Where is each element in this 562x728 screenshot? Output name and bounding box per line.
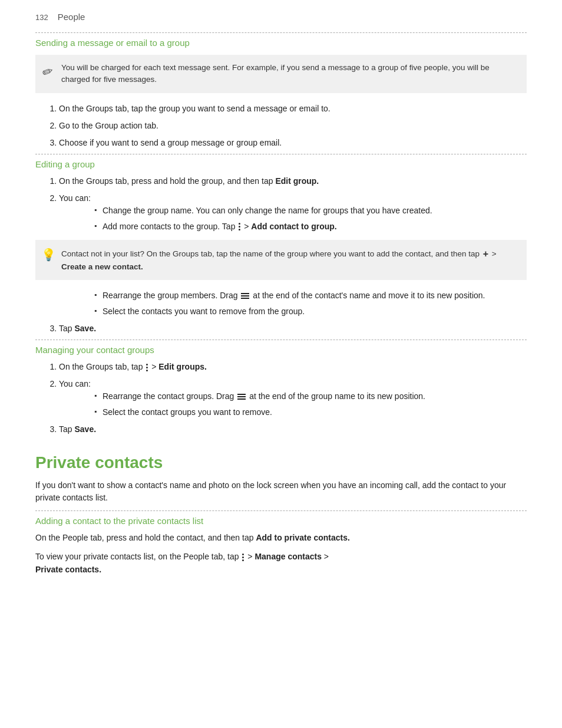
page-number: 132 [35,13,48,22]
plus-icon: + [483,247,488,261]
list-item: Tap Save. [59,322,527,335]
section2-step3: Tap Save. [59,322,527,335]
hamburger-icon [241,293,249,299]
pencil-icon: ✏ [39,61,56,83]
page-header: 132 People [35,12,527,22]
section1-heading: Sending a message or email to a group [35,38,527,48]
section1-divider [35,32,527,33]
list-item: On the Groups tab, press and hold the gr… [59,175,527,187]
list-item: On the Groups tab, tap > Edit groups. [59,361,527,373]
section4-para2: To view your private contacts list, on t… [35,551,527,576]
section1-steps: On the Groups tab, tap the group you wan… [59,103,527,149]
list-item: Select the contacts you want to remove f… [94,305,527,318]
three-dots-icon [242,554,244,561]
hamburger-icon [237,394,246,400]
section2-divider [35,154,527,154]
note-text: You will be charged for each text messag… [61,63,490,84]
tip-box: 💡 Contact not in your list? On the Group… [35,240,527,280]
list-item: Add more contacts to the group. Tap > Ad… [94,220,527,233]
three-dots-icon [146,364,148,371]
note-box: ✏ You will be charged for each text mess… [35,55,527,93]
list-item: On the Groups tab, tap the group you wan… [59,103,527,115]
list-item: You can: Change the group name. You can … [59,192,527,233]
private-contacts-body: If you don't want to show a contact's na… [35,479,527,505]
section4-para1: On the People tab, press and hold the co… [35,532,527,545]
list-item: Go to the Group action tab. [59,120,527,132]
section4-divider [35,510,527,511]
section2-bullets1: Change the group name. You can only chan… [94,205,527,233]
list-item: You can: Rearrange the contact groups. D… [59,378,527,419]
tip-suffix: > [490,249,497,258]
section4-subheading: Adding a contact to the private contacts… [35,516,527,526]
section3-bullets: Rearrange the contact groups. Drag at th… [94,390,527,419]
three-dots-icon [239,223,240,230]
list-item: Rearrange the group members. Drag at the… [94,289,527,302]
list-item: Change the group name. You can only chan… [94,205,527,217]
para2-separator: > [245,552,254,561]
private-contacts-heading: Private contacts [35,453,527,472]
page-title: People [58,12,85,22]
section2-steps: On the Groups tab, press and hold the gr… [59,175,527,233]
list-item: Tap Save. [59,423,527,436]
bulb-icon: 💡 [41,246,56,263]
list-item: Choose if you want to send a group messa… [59,137,527,149]
list-item: Select the contact groups you want to re… [94,406,527,419]
section2-bullets2: Rearrange the group members. Drag at the… [94,289,527,318]
section2-heading: Editing a group [35,159,527,169]
section3-divider [35,340,527,340]
section3-steps: On the Groups tab, tap > Edit groups. Yo… [59,361,527,436]
section3-heading: Managing your contact groups [35,345,527,355]
list-item: Rearrange the contact groups. Drag at th… [94,390,527,403]
